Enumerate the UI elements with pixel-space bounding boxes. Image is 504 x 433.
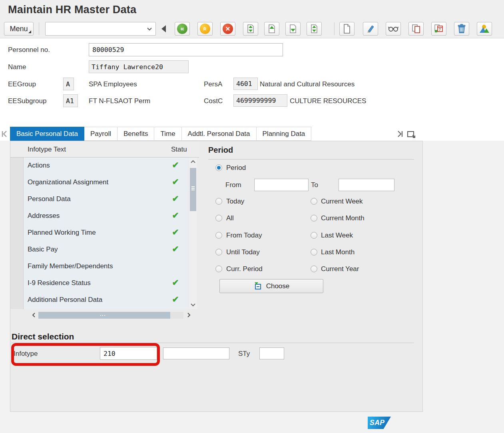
table-row[interactable]: Planned Working Time✔ (24, 225, 188, 241)
from-date-input[interactable] (254, 179, 309, 191)
first-page-icon (246, 24, 255, 34)
chevron-down-icon[interactable] (147, 27, 152, 31)
infotype-input[interactable] (100, 347, 157, 360)
mountains-icon (479, 24, 490, 34)
radio-today[interactable] (215, 198, 222, 205)
table-row[interactable]: I-9 Residence Status✔ (24, 275, 188, 292)
scroll-left-icon[interactable] (30, 311, 38, 319)
personnel-no-label: Personnel no. (8, 46, 50, 54)
exit-button[interactable]: « (197, 22, 213, 36)
radio-period-label[interactable]: Period (226, 164, 246, 172)
command-input[interactable] (48, 24, 143, 34)
radio-until-today[interactable] (215, 249, 222, 255)
table-row[interactable]: Actions✔ (24, 158, 188, 174)
display-button[interactable] (386, 22, 401, 36)
overview-button[interactable] (477, 22, 492, 36)
vertical-scrollbar[interactable] (189, 158, 197, 309)
ee-group-label: EEGroup (8, 80, 36, 88)
tab-planning-data[interactable]: Planning Data (257, 127, 312, 141)
personnel-no-input[interactable] (89, 43, 283, 56)
radio-all-label[interactable]: All (226, 214, 234, 222)
table-row[interactable]: Organizational Assignment✔ (24, 174, 188, 191)
radio-last-week-label[interactable]: Last Week (321, 231, 353, 239)
infotype-text-input[interactable] (163, 347, 229, 359)
radio-current-week[interactable] (311, 198, 317, 205)
radio-curr-period-label[interactable]: Curr. Period (226, 265, 263, 273)
radio-current-month[interactable] (311, 215, 317, 221)
page-down-button[interactable] (285, 22, 301, 36)
horizontal-scrollbar-thumb[interactable] (38, 312, 170, 319)
popout-window-icon[interactable] (407, 130, 416, 138)
from-label: From (225, 181, 241, 189)
trash-icon (457, 24, 466, 34)
create-button[interactable] (339, 22, 355, 36)
radio-from-today-label[interactable]: From Today (226, 231, 262, 239)
subtype-input[interactable] (259, 347, 284, 359)
scroll-down-icon[interactable] (189, 301, 197, 309)
last-page-icon (310, 24, 319, 34)
table-row[interactable]: Personal Data✔ (24, 191, 188, 208)
scroll-up-icon[interactable] (189, 158, 197, 166)
radio-current-year-label[interactable]: Current Year (321, 265, 359, 273)
horizontal-scrollbar-track[interactable] (38, 312, 183, 319)
tab-time[interactable]: Time (154, 127, 181, 141)
table-selection-gutter[interactable] (10, 158, 24, 309)
tab-addtl-personal-data[interactable]: Addtl. Personal Data (182, 127, 257, 141)
tab-scroll-right-icon[interactable] (396, 130, 404, 138)
employee-header: Personnel no. Name Tiffany Lawrence20 EE… (0, 38, 504, 141)
radio-current-month-label[interactable]: Current Month (321, 214, 365, 222)
scroll-right-icon[interactable] (185, 311, 193, 319)
pencil-icon (366, 24, 375, 34)
radio-current-year[interactable] (311, 265, 317, 272)
toolbar: Menu « « (0, 19, 504, 38)
choose-button[interactable]: Choose (219, 279, 323, 293)
tab-payroll[interactable]: Payroll (84, 127, 118, 141)
tab-benefits[interactable]: Benefits (118, 127, 154, 141)
page-up-button[interactable] (264, 22, 279, 36)
radio-today-label[interactable]: Today (226, 198, 244, 206)
to-label: To (311, 181, 318, 189)
status-check-icon: ✔ (169, 177, 181, 187)
status-check-icon: ✔ (169, 211, 181, 220)
table-row[interactable]: Family Member/Dependents (24, 258, 188, 275)
cancel-button[interactable] (220, 22, 235, 36)
table-row[interactable]: Additional Personal Data✔ (24, 292, 188, 309)
choose-icon (253, 282, 262, 291)
command-field[interactable] (45, 22, 156, 36)
tab-scroll-left-icon[interactable] (1, 130, 8, 138)
name-label: Name (8, 63, 26, 71)
back-button[interactable]: « (175, 22, 190, 36)
table-row[interactable]: Basic Pay✔ (24, 241, 188, 258)
radio-current-week-label[interactable]: Current Week (321, 198, 363, 206)
delete-button[interactable] (454, 22, 469, 36)
to-date-input[interactable] (339, 179, 394, 191)
table-row[interactable]: Addresses✔ (24, 208, 188, 225)
change-button[interactable] (363, 22, 378, 36)
menu-button[interactable]: Menu (4, 22, 34, 36)
radio-all[interactable] (215, 215, 222, 221)
menu-corner-triangle (28, 30, 31, 33)
last-page-button[interactable] (307, 22, 322, 36)
copy-button[interactable] (408, 22, 424, 36)
create-icon (343, 24, 351, 34)
radio-curr-period[interactable] (215, 265, 222, 272)
radio-last-month-label[interactable]: Last Month (321, 248, 355, 256)
infotype-label: Infotype (14, 350, 38, 358)
status-check-icon: ✔ (169, 244, 181, 254)
ee-subgroup-label: EESubgroup (8, 97, 46, 105)
title-bar: Maintain HR Master Data (0, 0, 504, 19)
first-page-button[interactable] (243, 22, 258, 36)
radio-last-week[interactable] (311, 232, 317, 239)
period-divider (208, 159, 414, 160)
radio-from-today[interactable] (215, 232, 222, 239)
radio-period[interactable] (215, 164, 222, 171)
tab-basic-personal-data[interactable]: Basic Personal Data (10, 127, 84, 141)
tabstrip: Basic Personal Data Payroll Benefits Tim… (10, 126, 423, 141)
collapse-left-icon[interactable] (161, 25, 166, 32)
vertical-scrollbar-thumb[interactable] (190, 168, 196, 211)
delimit-button[interactable]: 7 (431, 22, 446, 36)
cost-center-text: CULTURE RESOURCES (290, 97, 366, 105)
radio-last-month[interactable] (311, 249, 317, 255)
radio-until-today-label[interactable]: Until Today (226, 248, 260, 256)
horizontal-scrollbar[interactable] (10, 311, 199, 320)
